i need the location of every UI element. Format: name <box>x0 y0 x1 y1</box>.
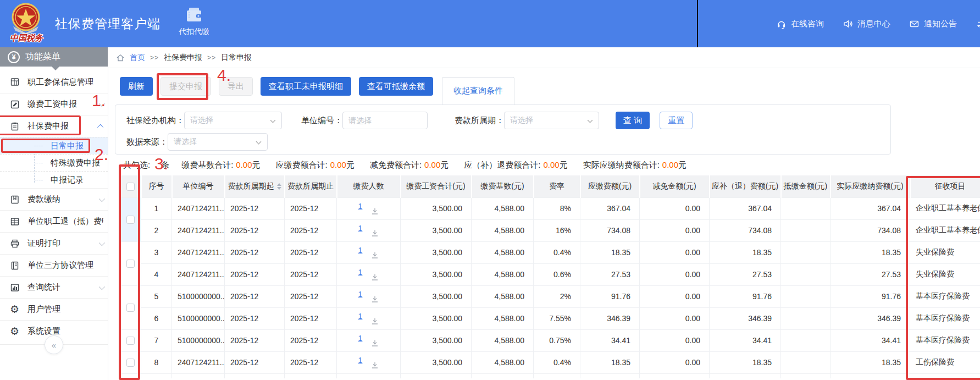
cell-actual: 18.35 <box>830 241 910 263</box>
online-consult-button[interactable]: 在线咨询 <box>776 19 824 29</box>
summary-total: 缴费基数合计:0.00元 <box>181 160 260 169</box>
sidebar-item-tripartite-agreement[interactable]: 单位三方协议管理 <box>0 254 108 276</box>
row-checkbox[interactable] <box>120 329 141 351</box>
row-checkbox[interactable] <box>120 351 141 373</box>
sidebar-item-salary-declare[interactable]: 缴费工资申报 <box>0 93 108 115</box>
cell-payable: 346.39 <box>580 307 640 329</box>
people-count-link[interactable]: 1 <box>358 312 363 321</box>
people-cell: 1 <box>337 263 401 285</box>
cell-seq: 7 <box>141 329 172 351</box>
switch-icon <box>976 19 980 29</box>
sidebar-item-refund-apply-mgmt[interactable]: 单位职工退（抵）费申请管理 <box>0 210 108 232</box>
cell-period_end: 2025-12 <box>285 329 337 351</box>
summary-total: 应缴费额合计:0.00元 <box>276 160 355 169</box>
submit-declare-button[interactable]: 提交申报 <box>160 77 211 96</box>
sidebar-item-employee-insurance-info[interactable]: 职工参保信息管理 <box>0 71 108 93</box>
collapse-query-tab[interactable]: 收起查询条件 <box>442 77 514 104</box>
column-header: 应补（退）费额(元) <box>710 175 781 197</box>
sidebar-item-daily-declare[interactable]: 日常申报 <box>0 137 108 154</box>
cell-rate: 0.6% <box>534 263 580 285</box>
message-center-button[interactable]: 消息中心 <box>843 19 890 29</box>
row-checkbox[interactable] <box>120 241 141 285</box>
cell-base: 4,588.00 <box>472 285 534 307</box>
download-icon[interactable] <box>371 361 379 369</box>
cell-item: 企业职工基本养老保险费 <box>910 197 980 219</box>
breadcrumb-home[interactable]: 首页 <box>130 53 145 63</box>
download-icon[interactable] <box>371 229 379 237</box>
cell-seq: 2 <box>141 219 172 241</box>
agency-select[interactable]: 请选择 <box>184 112 282 129</box>
cell-actual: 27.53 <box>830 263 910 285</box>
sidebar-item-declare-records[interactable]: 申报记录 <box>0 171 108 188</box>
search-button[interactable]: 查 询 <box>616 112 650 129</box>
people-count-link[interactable]: 1 <box>358 290 363 299</box>
switch-unit-button[interactable]: 切换单 <box>976 19 980 29</box>
people-count-link[interactable]: 1 <box>358 202 363 211</box>
people-count-link[interactable]: 1 <box>358 356 363 365</box>
sidebar-item-label: 单位三方协议管理 <box>27 260 93 271</box>
table-row: 42407124211...2025-122025-1213,500.004,5… <box>120 263 980 285</box>
cell-period_start: 2025-12 <box>225 307 285 329</box>
sort-icon[interactable] <box>277 181 281 192</box>
people-count-link[interactable]: 1 <box>358 224 363 233</box>
column-header: 序号 <box>141 175 172 197</box>
column-header: 征收项目 <box>910 175 980 197</box>
nav-item-withholding[interactable]: 代扣代缴 <box>175 7 213 37</box>
sidebar-item-special-payment-declare[interactable]: 特殊缴费申报 <box>0 154 108 171</box>
reset-button[interactable]: 重置 <box>660 112 693 129</box>
unit-no-label: 单位编号： <box>301 115 342 126</box>
people-count-link[interactable]: 1 <box>358 334 363 343</box>
declaration-table: 序号单位编号费款所属期起费款所属期止缴费人数缴费工资合计(元)缴费基数(元)费率… <box>120 175 980 378</box>
row-checkbox[interactable] <box>120 285 141 329</box>
cell-reduction: 0.00 <box>640 241 710 263</box>
clipboard-icon <box>10 122 21 131</box>
people-count-link[interactable]: 1 <box>358 268 363 277</box>
data-source-select-value: 请选择 <box>174 137 197 147</box>
unit-no-input[interactable] <box>342 112 428 129</box>
cell-base: 4,588.00 <box>472 197 534 219</box>
refresh-button[interactable]: 刷新 <box>120 77 153 96</box>
data-source-select[interactable]: 请选择 <box>168 133 268 151</box>
sidebar-item-social-insurance-declare[interactable]: 社保费申报 <box>0 115 108 137</box>
notice-button[interactable]: 通知公告 <box>909 19 957 29</box>
notice-label: 通知公告 <box>924 19 957 29</box>
sidebar-collapse-button[interactable]: « <box>45 335 63 354</box>
download-icon[interactable] <box>371 273 379 281</box>
people-cell: 1 <box>337 285 401 307</box>
download-icon[interactable] <box>371 295 379 303</box>
column-header: 费率 <box>534 175 580 197</box>
cell-unit_no: 5100000000... <box>172 285 225 307</box>
cell-actual: 18.35 <box>830 351 910 373</box>
sidebar-item-query-statistics[interactable]: 查询统计 <box>0 276 108 298</box>
cell-supp_refund: 367.04 <box>710 197 781 219</box>
sidebar-item-user-management[interactable]: ⚙ 用户管理 <box>0 298 108 320</box>
wallet-icon <box>185 7 203 23</box>
column-header: 实际应缴纳费额(元) <box>830 175 910 197</box>
row-checkbox[interactable] <box>120 197 141 241</box>
cell-period_start: 2025-12 <box>225 285 285 307</box>
message-center-label: 消息中心 <box>857 19 890 29</box>
select-all-checkbox[interactable] <box>120 175 141 197</box>
sidebar-item-certificate-print[interactable]: 证明打印 <box>0 232 108 254</box>
app-window: 中国税务 社保费管理客户端 代扣代缴 在线咨询 <box>0 0 980 380</box>
cell-unit_no: 2407124211... <box>172 219 225 241</box>
sidebar-item-fee-payment[interactable]: 费款缴纳 <box>0 188 108 210</box>
view-undeclared-detail-button[interactable]: 查看职工未申报明细 <box>261 77 351 96</box>
column-header[interactable]: 费款所属期起 <box>225 175 285 197</box>
cell-period_end: 2025-12 <box>285 351 337 373</box>
column-header: 缴费人数 <box>337 175 401 197</box>
download-icon[interactable] <box>371 317 379 325</box>
view-offset-balance-button[interactable]: 查看可抵缴余额 <box>359 77 433 96</box>
download-icon[interactable] <box>371 251 379 259</box>
cell-seq: 3 <box>141 241 172 263</box>
cell-period_start: 2025-12 <box>225 263 285 285</box>
fee-period-select[interactable]: 请选择 <box>504 112 599 129</box>
submenu-item-label: 日常申报 <box>51 141 84 151</box>
download-icon[interactable] <box>371 339 379 347</box>
book-icon <box>10 195 21 205</box>
export-button[interactable]: 导出 <box>219 77 253 96</box>
people-count-link[interactable]: 1 <box>358 246 363 255</box>
download-icon[interactable] <box>371 207 379 215</box>
gear-icon: ⚙ <box>10 326 21 337</box>
cell-item: 失业保险费 <box>910 263 980 285</box>
